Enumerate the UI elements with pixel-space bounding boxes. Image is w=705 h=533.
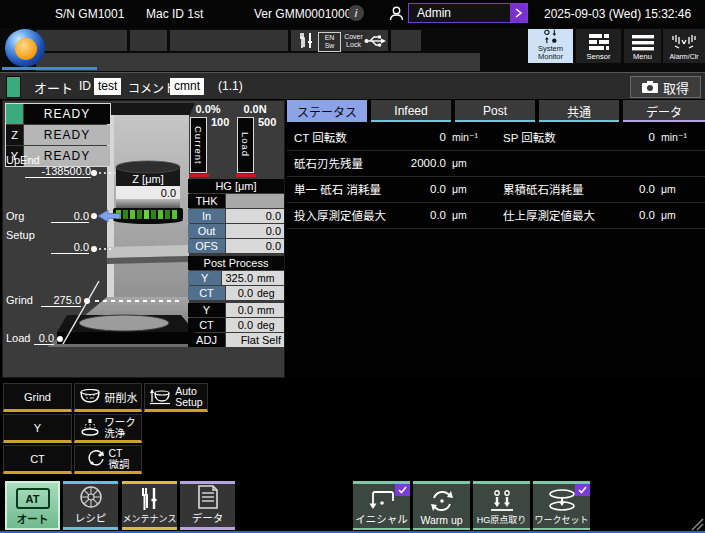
load-meter-value: 0.0N <box>230 103 280 115</box>
sensor-button[interactable]: Sensor <box>576 29 621 63</box>
version-label: Ver GMM0001000 <box>254 7 351 21</box>
alarm-clr-button[interactable]: Alarm/Clr <box>663 29 705 63</box>
grind-label: Grind <box>6 294 33 306</box>
machine-graphic-panel: Z [μm] 0.0 <box>2 100 285 378</box>
nav-data-button[interactable]: データ <box>180 481 235 530</box>
system-monitor-icon <box>541 29 561 44</box>
toolbar-segment <box>130 30 167 51</box>
admin-user-selector[interactable]: Admin <box>408 3 528 23</box>
brand-logo <box>5 29 45 67</box>
nav-recipe-button[interactable]: レシピ <box>63 481 118 530</box>
tab-infeed[interactable]: Infeed <box>371 100 451 122</box>
usb-icon <box>364 34 386 48</box>
main-status-indicator <box>6 104 23 124</box>
jog-coolant-button[interactable]: 研削水 <box>74 383 142 412</box>
nav-warmup-button[interactable]: Warm up <box>413 481 470 530</box>
tab-data[interactable]: データ <box>623 100 705 122</box>
jog-auto-setup-button[interactable]: Auto Setup <box>144 383 208 412</box>
load-meter-name: Load <box>240 132 251 157</box>
current-meter-value: 0.0% <box>183 103 233 115</box>
hg-row-ofs: OFS 0.0 <box>188 239 284 253</box>
en-sw-indicator[interactable]: EN Sw <box>318 32 341 52</box>
initial-icon <box>368 488 396 510</box>
jog-y-button[interactable]: Y <box>3 414 72 443</box>
resize-grip-icon[interactable] <box>690 517 704 531</box>
serial-number: S/N GM1001 <box>55 7 124 21</box>
mode-status-indicator <box>6 76 21 98</box>
status-data-panel: ステータス Infeed Post 共通 データ CT 回転数 0 min⁻¹ … <box>287 100 705 378</box>
grind-value: 275.0 <box>41 294 81 307</box>
tools-icon <box>299 32 315 49</box>
hg-table-title: HG [μm] <box>188 179 284 193</box>
load-meter-zero-line <box>236 174 256 177</box>
load-label: Load <box>6 332 30 344</box>
work-wash-icon <box>80 419 100 436</box>
toolbar-strip <box>36 53 480 71</box>
data-document-icon <box>197 485 219 509</box>
setup-value: 0.0 <box>51 241 89 254</box>
post-process-title: Post Process <box>188 256 284 270</box>
coolant-icon <box>79 389 101 405</box>
nav-maintenance-button[interactable]: メンテナンス <box>122 481 177 530</box>
axis-z-status: READY <box>24 125 110 145</box>
capture-label: 取得 <box>663 78 689 97</box>
org-value: 0.0 <box>51 210 89 223</box>
camera-icon <box>642 81 658 93</box>
jog-work-wash-button[interactable]: ワーク 洗浄 <box>74 414 142 443</box>
nav-auto-button[interactable]: AT オート <box>5 481 60 530</box>
alarm-icon <box>671 34 697 51</box>
current-meter-name: Current <box>193 126 204 165</box>
post-row-y2: Y 0.0mm <box>188 303 284 317</box>
hg-row-in: In 0.0 <box>188 209 284 223</box>
status-row-thickness: 投入厚測定値最大 0.0 μm 仕上厚測定値最大 0.0 μm <box>287 202 705 229</box>
grinding-wheel-segments <box>116 210 177 219</box>
load-value: 0.0 <box>34 332 54 345</box>
sensor-icon <box>588 34 610 51</box>
upend-value: -138500.0 <box>25 165 91 178</box>
jog-ct-button[interactable]: CT <box>3 445 72 474</box>
nav-initial-button[interactable]: イニシャル <box>353 481 410 530</box>
status-row-rotation: CT 回転数 0 min⁻¹ SP 回転数 0 min⁻¹ <box>287 124 705 151</box>
recipe-wheel-icon <box>79 485 103 509</box>
tab-status[interactable]: ステータス <box>287 100 367 122</box>
system-icon-bar: EN Sw Cover Lock System Monitor <box>0 28 705 72</box>
status-row-wheel-wear: 単一 砥石 消耗量 0.0 μm 累積砥石消耗量 0.0 μm <box>287 176 705 203</box>
toolbar-segment <box>36 30 127 51</box>
hg-row-thk: THK <box>188 194 284 208</box>
tab-common[interactable]: 共通 <box>539 100 619 122</box>
step-indicator: (1.1) <box>218 79 243 93</box>
tab-post[interactable]: Post <box>455 100 535 122</box>
comment-value[interactable]: cmnt <box>170 78 204 95</box>
recipe-id-value[interactable]: test <box>94 78 121 95</box>
cover-lock-indicator[interactable]: Cover Lock <box>341 32 366 50</box>
nav-hg-origin-button[interactable]: HG原点取り <box>473 481 530 530</box>
toolbar-segment <box>170 30 288 51</box>
load-meter-scale: 500 <box>258 116 276 128</box>
machine-hmi-screen: S/N GM1001 Mac ID 1st Ver GMM0001000 i A… <box>0 0 705 533</box>
capture-button[interactable]: 取得 <box>630 76 701 98</box>
post-row-adj: ADJ Flat Self <box>188 333 284 347</box>
spindle-position-value: 0.0 <box>161 187 176 199</box>
post-row-ct2: CT 0.0deg <box>188 318 284 332</box>
menu-button[interactable]: Menu <box>624 29 661 63</box>
current-meter-bar: Current <box>190 117 207 173</box>
spindle-axis-label: Z [μm] <box>132 173 163 185</box>
nav-workset-button[interactable]: ワークセット <box>533 481 590 530</box>
menu-icon <box>632 35 654 51</box>
initial-check-badge <box>395 484 410 496</box>
info-icon[interactable]: i <box>348 5 364 21</box>
workset-icon <box>547 489 577 512</box>
mac-id: Mac ID 1st <box>146 7 203 21</box>
warmup-icon <box>430 489 454 513</box>
recipe-id-label: ID <box>79 79 91 93</box>
setup-label: Setup <box>6 229 35 241</box>
current-meter-scale: 100 <box>211 116 229 128</box>
auto-setup-icon <box>149 389 171 405</box>
jog-ct-fine-button[interactable]: CT 微調 <box>74 445 142 474</box>
jog-grind-button[interactable]: Grind <box>3 383 72 412</box>
post-row-y1: Y 325.0mm <box>188 271 284 285</box>
datetime-display: 2025-09-03 (Wed) 15:32:46 <box>544 7 691 21</box>
comment-label: コメント <box>128 79 176 96</box>
maintenance-tools-icon <box>140 487 160 511</box>
system-monitor-button[interactable]: System Monitor <box>528 29 573 63</box>
